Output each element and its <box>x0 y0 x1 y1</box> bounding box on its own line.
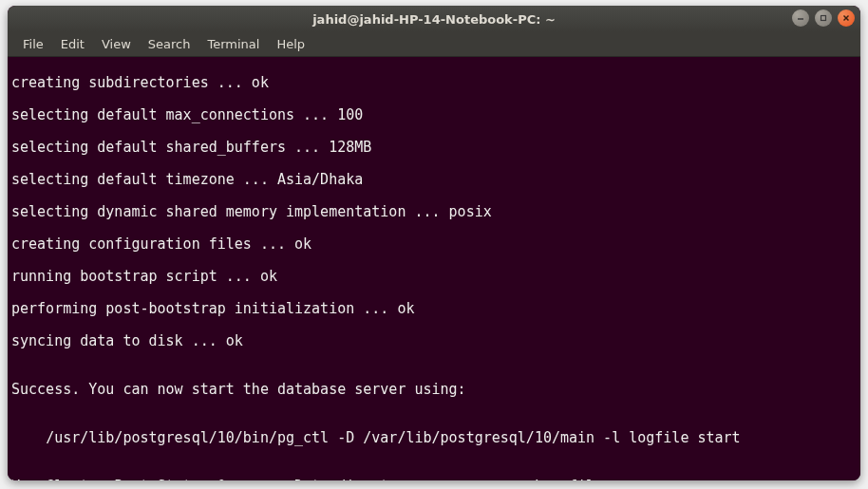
maximize-button[interactable] <box>815 9 832 27</box>
terminal-body[interactable]: creating subdirectories ... ok selecting… <box>8 57 860 480</box>
terminal-line: selecting default shared_buffers ... 128… <box>11 140 857 156</box>
terminal-line: Success. You can now start the database … <box>11 382 857 398</box>
svg-rect-1 <box>821 16 826 21</box>
terminal-line: running bootstrap script ... ok <box>11 269 857 285</box>
window-title: jahid@jahid-HP-14-Notebook-PC: ~ <box>8 12 860 27</box>
menu-view[interactable]: View <box>94 34 139 54</box>
menu-file[interactable]: File <box>15 34 51 54</box>
minimize-button[interactable] <box>792 9 809 27</box>
terminal-line: performing post-bootstrap initialization… <box>11 301 857 317</box>
terminal-line: /usr/lib/postgresql/10/bin/pg_ctl -D /va… <box>11 430 857 446</box>
titlebar[interactable]: jahid@jahid-HP-14-Notebook-PC: ~ <box>8 6 860 32</box>
terminal-window: jahid@jahid-HP-14-Notebook-PC: ~ File Ed… <box>8 6 860 480</box>
menubar: File Edit View Search Terminal Help <box>8 32 860 57</box>
terminal-line: creating subdirectories ... ok <box>11 75 857 91</box>
terminal-line: syncing data to disk ... ok <box>11 333 857 349</box>
menu-terminal[interactable]: Terminal <box>199 34 267 54</box>
terminal-line: selecting dynamic shared memory implemen… <box>11 204 857 220</box>
terminal-line: Ver Cluster Port Status Owner Data direc… <box>11 479 857 480</box>
close-button[interactable] <box>838 9 855 27</box>
terminal-line: selecting default max_connections ... 10… <box>11 107 857 123</box>
menu-search[interactable]: Search <box>141 34 198 54</box>
menu-help[interactable]: Help <box>269 34 312 54</box>
terminal-line: selecting default timezone ... Asia/Dhak… <box>11 172 857 188</box>
terminal-line: creating configuration files ... ok <box>11 236 857 253</box>
menu-edit[interactable]: Edit <box>53 34 92 54</box>
window-controls <box>792 9 855 27</box>
